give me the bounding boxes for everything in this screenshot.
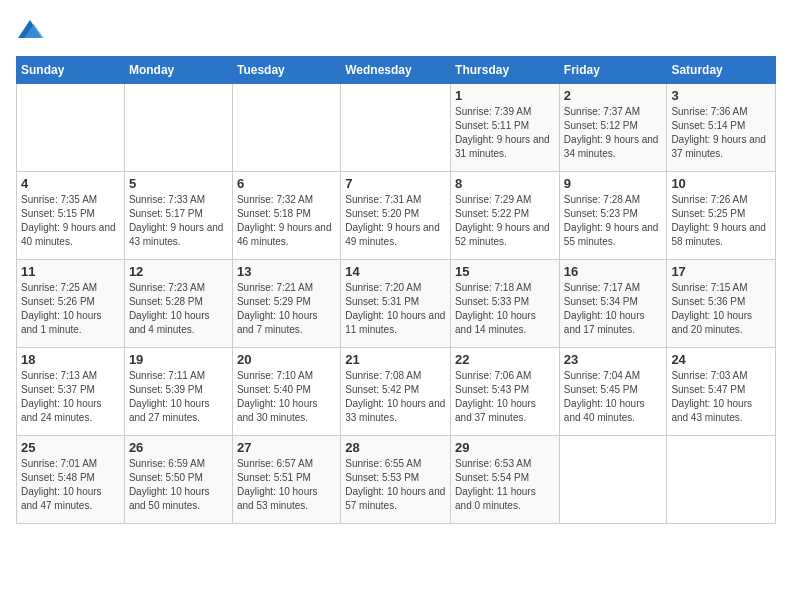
day-number: 3 — [671, 88, 771, 103]
day-number: 29 — [455, 440, 555, 455]
calendar-cell: 21Sunrise: 7:08 AMSunset: 5:42 PMDayligh… — [341, 348, 451, 436]
calendar-cell: 7Sunrise: 7:31 AMSunset: 5:20 PMDaylight… — [341, 172, 451, 260]
day-number: 28 — [345, 440, 446, 455]
calendar-cell: 25Sunrise: 7:01 AMSunset: 5:48 PMDayligh… — [17, 436, 125, 524]
day-detail: Sunrise: 7:13 AMSunset: 5:37 PMDaylight:… — [21, 369, 120, 425]
day-detail: Sunrise: 7:36 AMSunset: 5:14 PMDaylight:… — [671, 105, 771, 161]
week-row-1: 1Sunrise: 7:39 AMSunset: 5:11 PMDaylight… — [17, 84, 776, 172]
calendar-cell: 5Sunrise: 7:33 AMSunset: 5:17 PMDaylight… — [124, 172, 232, 260]
day-detail: Sunrise: 7:29 AMSunset: 5:22 PMDaylight:… — [455, 193, 555, 249]
day-number: 11 — [21, 264, 120, 279]
day-number: 25 — [21, 440, 120, 455]
header-row: SundayMondayTuesdayWednesdayThursdayFrid… — [17, 57, 776, 84]
day-detail: Sunrise: 7:10 AMSunset: 5:40 PMDaylight:… — [237, 369, 336, 425]
calendar-cell: 6Sunrise: 7:32 AMSunset: 5:18 PMDaylight… — [232, 172, 340, 260]
day-detail: Sunrise: 6:57 AMSunset: 5:51 PMDaylight:… — [237, 457, 336, 513]
calendar-cell: 26Sunrise: 6:59 AMSunset: 5:50 PMDayligh… — [124, 436, 232, 524]
day-number: 24 — [671, 352, 771, 367]
day-header-sunday: Sunday — [17, 57, 125, 84]
day-detail: Sunrise: 7:32 AMSunset: 5:18 PMDaylight:… — [237, 193, 336, 249]
calendar-cell: 9Sunrise: 7:28 AMSunset: 5:23 PMDaylight… — [559, 172, 667, 260]
calendar-cell: 4Sunrise: 7:35 AMSunset: 5:15 PMDaylight… — [17, 172, 125, 260]
calendar-cell: 24Sunrise: 7:03 AMSunset: 5:47 PMDayligh… — [667, 348, 776, 436]
day-number: 13 — [237, 264, 336, 279]
calendar-cell: 19Sunrise: 7:11 AMSunset: 5:39 PMDayligh… — [124, 348, 232, 436]
week-row-2: 4Sunrise: 7:35 AMSunset: 5:15 PMDaylight… — [17, 172, 776, 260]
day-detail: Sunrise: 7:35 AMSunset: 5:15 PMDaylight:… — [21, 193, 120, 249]
calendar-cell — [17, 84, 125, 172]
day-header-wednesday: Wednesday — [341, 57, 451, 84]
day-detail: Sunrise: 7:21 AMSunset: 5:29 PMDaylight:… — [237, 281, 336, 337]
day-detail: Sunrise: 7:08 AMSunset: 5:42 PMDaylight:… — [345, 369, 446, 425]
day-number: 19 — [129, 352, 228, 367]
page-header — [16, 16, 776, 44]
day-detail: Sunrise: 7:37 AMSunset: 5:12 PMDaylight:… — [564, 105, 663, 161]
calendar-cell: 1Sunrise: 7:39 AMSunset: 5:11 PMDaylight… — [451, 84, 560, 172]
day-detail: Sunrise: 7:17 AMSunset: 5:34 PMDaylight:… — [564, 281, 663, 337]
day-number: 12 — [129, 264, 228, 279]
calendar-cell: 29Sunrise: 6:53 AMSunset: 5:54 PMDayligh… — [451, 436, 560, 524]
day-detail: Sunrise: 7:25 AMSunset: 5:26 PMDaylight:… — [21, 281, 120, 337]
day-detail: Sunrise: 7:28 AMSunset: 5:23 PMDaylight:… — [564, 193, 663, 249]
day-number: 2 — [564, 88, 663, 103]
day-detail: Sunrise: 7:33 AMSunset: 5:17 PMDaylight:… — [129, 193, 228, 249]
day-detail: Sunrise: 7:18 AMSunset: 5:33 PMDaylight:… — [455, 281, 555, 337]
day-number: 21 — [345, 352, 446, 367]
calendar-cell: 17Sunrise: 7:15 AMSunset: 5:36 PMDayligh… — [667, 260, 776, 348]
calendar-cell: 18Sunrise: 7:13 AMSunset: 5:37 PMDayligh… — [17, 348, 125, 436]
calendar-cell: 20Sunrise: 7:10 AMSunset: 5:40 PMDayligh… — [232, 348, 340, 436]
day-header-friday: Friday — [559, 57, 667, 84]
calendar-cell: 15Sunrise: 7:18 AMSunset: 5:33 PMDayligh… — [451, 260, 560, 348]
day-number: 5 — [129, 176, 228, 191]
day-detail: Sunrise: 7:11 AMSunset: 5:39 PMDaylight:… — [129, 369, 228, 425]
day-number: 26 — [129, 440, 228, 455]
day-detail: Sunrise: 7:15 AMSunset: 5:36 PMDaylight:… — [671, 281, 771, 337]
calendar-cell: 10Sunrise: 7:26 AMSunset: 5:25 PMDayligh… — [667, 172, 776, 260]
logo — [16, 16, 48, 44]
calendar-cell — [124, 84, 232, 172]
day-number: 10 — [671, 176, 771, 191]
day-number: 16 — [564, 264, 663, 279]
day-detail: Sunrise: 7:31 AMSunset: 5:20 PMDaylight:… — [345, 193, 446, 249]
day-number: 22 — [455, 352, 555, 367]
day-number: 17 — [671, 264, 771, 279]
day-detail: Sunrise: 7:26 AMSunset: 5:25 PMDaylight:… — [671, 193, 771, 249]
calendar-cell — [667, 436, 776, 524]
week-row-3: 11Sunrise: 7:25 AMSunset: 5:26 PMDayligh… — [17, 260, 776, 348]
calendar-cell: 2Sunrise: 7:37 AMSunset: 5:12 PMDaylight… — [559, 84, 667, 172]
day-detail: Sunrise: 6:59 AMSunset: 5:50 PMDaylight:… — [129, 457, 228, 513]
day-header-thursday: Thursday — [451, 57, 560, 84]
day-detail: Sunrise: 7:03 AMSunset: 5:47 PMDaylight:… — [671, 369, 771, 425]
calendar-cell: 27Sunrise: 6:57 AMSunset: 5:51 PMDayligh… — [232, 436, 340, 524]
calendar-cell: 14Sunrise: 7:20 AMSunset: 5:31 PMDayligh… — [341, 260, 451, 348]
day-header-saturday: Saturday — [667, 57, 776, 84]
day-detail: Sunrise: 7:39 AMSunset: 5:11 PMDaylight:… — [455, 105, 555, 161]
calendar-cell: 12Sunrise: 7:23 AMSunset: 5:28 PMDayligh… — [124, 260, 232, 348]
week-row-5: 25Sunrise: 7:01 AMSunset: 5:48 PMDayligh… — [17, 436, 776, 524]
day-number: 4 — [21, 176, 120, 191]
calendar-cell: 11Sunrise: 7:25 AMSunset: 5:26 PMDayligh… — [17, 260, 125, 348]
calendar-cell: 3Sunrise: 7:36 AMSunset: 5:14 PMDaylight… — [667, 84, 776, 172]
day-detail: Sunrise: 7:23 AMSunset: 5:28 PMDaylight:… — [129, 281, 228, 337]
week-row-4: 18Sunrise: 7:13 AMSunset: 5:37 PMDayligh… — [17, 348, 776, 436]
calendar-table: SundayMondayTuesdayWednesdayThursdayFrid… — [16, 56, 776, 524]
day-number: 18 — [21, 352, 120, 367]
calendar-cell: 28Sunrise: 6:55 AMSunset: 5:53 PMDayligh… — [341, 436, 451, 524]
day-number: 27 — [237, 440, 336, 455]
day-number: 23 — [564, 352, 663, 367]
day-header-monday: Monday — [124, 57, 232, 84]
day-header-tuesday: Tuesday — [232, 57, 340, 84]
day-detail: Sunrise: 7:06 AMSunset: 5:43 PMDaylight:… — [455, 369, 555, 425]
calendar-cell: 22Sunrise: 7:06 AMSunset: 5:43 PMDayligh… — [451, 348, 560, 436]
calendar-cell: 16Sunrise: 7:17 AMSunset: 5:34 PMDayligh… — [559, 260, 667, 348]
calendar-cell: 13Sunrise: 7:21 AMSunset: 5:29 PMDayligh… — [232, 260, 340, 348]
day-detail: Sunrise: 7:01 AMSunset: 5:48 PMDaylight:… — [21, 457, 120, 513]
day-number: 9 — [564, 176, 663, 191]
day-number: 8 — [455, 176, 555, 191]
calendar-cell: 8Sunrise: 7:29 AMSunset: 5:22 PMDaylight… — [451, 172, 560, 260]
calendar-cell: 23Sunrise: 7:04 AMSunset: 5:45 PMDayligh… — [559, 348, 667, 436]
calendar-cell — [341, 84, 451, 172]
day-detail: Sunrise: 7:04 AMSunset: 5:45 PMDaylight:… — [564, 369, 663, 425]
day-number: 14 — [345, 264, 446, 279]
day-number: 20 — [237, 352, 336, 367]
